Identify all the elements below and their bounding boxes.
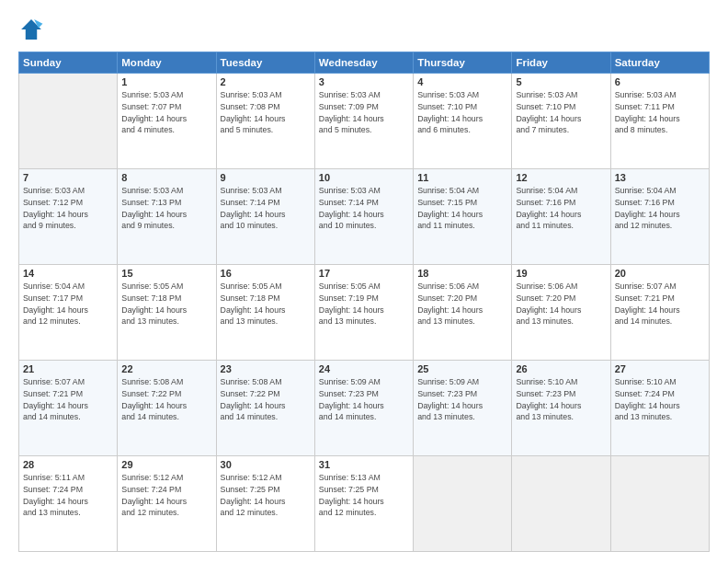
calendar-cell: 17Sunrise: 5:05 AM Sunset: 7:19 PM Dayli… (314, 265, 413, 361)
calendar-cell: 5Sunrise: 5:03 AM Sunset: 7:10 PM Daylig… (512, 74, 610, 169)
day-info: Sunrise: 5:05 AM Sunset: 7:19 PM Dayligh… (319, 281, 409, 327)
calendar-cell (19, 74, 118, 169)
day-info: Sunrise: 5:03 AM Sunset: 7:08 PM Dayligh… (221, 89, 311, 136)
calendar-header: SundayMondayTuesdayWednesdayThursdayFrid… (19, 52, 710, 74)
calendar-cell: 7Sunrise: 5:03 AM Sunset: 7:12 PM Daylig… (19, 169, 118, 265)
day-number: 30 (221, 459, 311, 470)
day-info: Sunrise: 5:12 AM Sunset: 7:24 PM Dayligh… (121, 472, 211, 519)
calendar-cell: 24Sunrise: 5:09 AM Sunset: 7:23 PM Dayli… (314, 361, 413, 456)
day-info: Sunrise: 5:12 AM Sunset: 7:25 PM Dayligh… (221, 472, 311, 519)
day-number: 1 (121, 76, 211, 87)
calendar-cell: 13Sunrise: 5:04 AM Sunset: 7:16 PM Dayli… (610, 169, 709, 265)
day-number: 23 (221, 363, 311, 374)
calendar-cell: 10Sunrise: 5:03 AM Sunset: 7:14 PM Dayli… (314, 169, 413, 265)
day-number: 12 (516, 172, 606, 183)
day-info: Sunrise: 5:04 AM Sunset: 7:17 PM Dayligh… (23, 281, 113, 327)
calendar-cell: 4Sunrise: 5:03 AM Sunset: 7:10 PM Daylig… (414, 74, 512, 169)
calendar-cell: 14Sunrise: 5:04 AM Sunset: 7:17 PM Dayli… (19, 265, 118, 361)
calendar-body: 1Sunrise: 5:03 AM Sunset: 7:07 PM Daylig… (19, 74, 710, 552)
calendar-cell: 3Sunrise: 5:03 AM Sunset: 7:09 PM Daylig… (314, 74, 413, 169)
day-info: Sunrise: 5:04 AM Sunset: 7:16 PM Dayligh… (615, 185, 705, 232)
calendar-cell: 26Sunrise: 5:10 AM Sunset: 7:23 PM Dayli… (512, 361, 610, 456)
day-number: 2 (221, 76, 311, 87)
day-number: 3 (319, 76, 409, 87)
header (18, 17, 710, 42)
calendar-cell: 30Sunrise: 5:12 AM Sunset: 7:25 PM Dayli… (216, 456, 314, 552)
day-info: Sunrise: 5:06 AM Sunset: 7:20 PM Dayligh… (516, 281, 606, 327)
day-info: Sunrise: 5:10 AM Sunset: 7:23 PM Dayligh… (516, 376, 606, 423)
day-number: 6 (615, 76, 705, 87)
calendar-cell: 28Sunrise: 5:11 AM Sunset: 7:24 PM Dayli… (19, 456, 118, 552)
day-number: 9 (221, 172, 311, 183)
day-info: Sunrise: 5:05 AM Sunset: 7:18 PM Dayligh… (121, 281, 211, 327)
page: SundayMondayTuesdayWednesdayThursdayFrid… (0, 0, 728, 563)
weekday-header-thursday: Thursday (414, 52, 512, 74)
calendar-cell: 16Sunrise: 5:05 AM Sunset: 7:18 PM Dayli… (216, 265, 314, 361)
calendar-cell: 6Sunrise: 5:03 AM Sunset: 7:11 PM Daylig… (610, 74, 709, 169)
day-info: Sunrise: 5:03 AM Sunset: 7:13 PM Dayligh… (121, 185, 211, 232)
calendar-week-5: 28Sunrise: 5:11 AM Sunset: 7:24 PM Dayli… (19, 456, 710, 552)
day-number: 8 (121, 172, 211, 183)
day-number: 10 (319, 172, 409, 183)
calendar-cell: 15Sunrise: 5:05 AM Sunset: 7:18 PM Dayli… (118, 265, 216, 361)
calendar-cell: 22Sunrise: 5:08 AM Sunset: 7:22 PM Dayli… (118, 361, 216, 456)
day-info: Sunrise: 5:09 AM Sunset: 7:23 PM Dayligh… (319, 376, 409, 423)
calendar-cell: 2Sunrise: 5:03 AM Sunset: 7:08 PM Daylig… (216, 74, 314, 169)
day-number: 4 (417, 76, 507, 87)
day-info: Sunrise: 5:11 AM Sunset: 7:24 PM Dayligh… (23, 472, 113, 519)
weekday-row: SundayMondayTuesdayWednesdayThursdayFrid… (19, 52, 710, 74)
day-number: 26 (516, 363, 606, 374)
calendar-cell (512, 456, 610, 552)
weekday-header-saturday: Saturday (610, 52, 709, 74)
calendar-cell (610, 456, 709, 552)
day-number: 18 (417, 268, 507, 279)
calendar-cell: 31Sunrise: 5:13 AM Sunset: 7:25 PM Dayli… (314, 456, 413, 552)
calendar-cell: 21Sunrise: 5:07 AM Sunset: 7:21 PM Dayli… (19, 361, 118, 456)
day-number: 11 (417, 172, 507, 183)
calendar-cell: 19Sunrise: 5:06 AM Sunset: 7:20 PM Dayli… (512, 265, 610, 361)
day-number: 25 (417, 363, 507, 374)
calendar-cell: 23Sunrise: 5:08 AM Sunset: 7:22 PM Dayli… (216, 361, 314, 456)
day-number: 5 (516, 76, 606, 87)
logo-icon (18, 17, 44, 42)
day-number: 24 (319, 363, 409, 374)
day-info: Sunrise: 5:07 AM Sunset: 7:21 PM Dayligh… (23, 376, 113, 423)
day-number: 28 (23, 459, 113, 470)
day-info: Sunrise: 5:03 AM Sunset: 7:14 PM Dayligh… (221, 185, 311, 232)
day-info: Sunrise: 5:03 AM Sunset: 7:10 PM Dayligh… (417, 89, 507, 136)
day-info: Sunrise: 5:08 AM Sunset: 7:22 PM Dayligh… (221, 376, 311, 423)
calendar-cell: 29Sunrise: 5:12 AM Sunset: 7:24 PM Dayli… (118, 456, 216, 552)
calendar-cell: 20Sunrise: 5:07 AM Sunset: 7:21 PM Dayli… (610, 265, 709, 361)
weekday-header-tuesday: Tuesday (216, 52, 314, 74)
day-number: 22 (121, 363, 211, 374)
calendar-week-3: 14Sunrise: 5:04 AM Sunset: 7:17 PM Dayli… (19, 265, 710, 361)
calendar-cell: 9Sunrise: 5:03 AM Sunset: 7:14 PM Daylig… (216, 169, 314, 265)
day-number: 29 (121, 459, 211, 470)
day-info: Sunrise: 5:03 AM Sunset: 7:09 PM Dayligh… (319, 89, 409, 136)
day-info: Sunrise: 5:03 AM Sunset: 7:07 PM Dayligh… (121, 89, 211, 136)
day-info: Sunrise: 5:13 AM Sunset: 7:25 PM Dayligh… (319, 472, 409, 519)
calendar-cell: 25Sunrise: 5:09 AM Sunset: 7:23 PM Dayli… (414, 361, 512, 456)
weekday-header-friday: Friday (512, 52, 610, 74)
day-number: 21 (23, 363, 113, 374)
weekday-header-monday: Monday (118, 52, 216, 74)
day-number: 15 (121, 268, 211, 279)
day-number: 16 (221, 268, 311, 279)
weekday-header-wednesday: Wednesday (314, 52, 413, 74)
day-number: 27 (615, 363, 705, 374)
day-info: Sunrise: 5:10 AM Sunset: 7:24 PM Dayligh… (615, 376, 705, 423)
calendar-cell (414, 456, 512, 552)
day-info: Sunrise: 5:03 AM Sunset: 7:10 PM Dayligh… (516, 89, 606, 136)
day-info: Sunrise: 5:04 AM Sunset: 7:15 PM Dayligh… (417, 185, 507, 232)
day-number: 17 (319, 268, 409, 279)
calendar-cell: 12Sunrise: 5:04 AM Sunset: 7:16 PM Dayli… (512, 169, 610, 265)
calendar-week-2: 7Sunrise: 5:03 AM Sunset: 7:12 PM Daylig… (19, 169, 710, 265)
calendar-cell: 8Sunrise: 5:03 AM Sunset: 7:13 PM Daylig… (118, 169, 216, 265)
day-info: Sunrise: 5:05 AM Sunset: 7:18 PM Dayligh… (221, 281, 311, 327)
day-number: 7 (23, 172, 113, 183)
day-info: Sunrise: 5:06 AM Sunset: 7:20 PM Dayligh… (417, 281, 507, 327)
day-number: 20 (615, 268, 705, 279)
day-info: Sunrise: 5:09 AM Sunset: 7:23 PM Dayligh… (417, 376, 507, 423)
logo (18, 17, 48, 42)
day-info: Sunrise: 5:03 AM Sunset: 7:11 PM Dayligh… (615, 89, 705, 136)
